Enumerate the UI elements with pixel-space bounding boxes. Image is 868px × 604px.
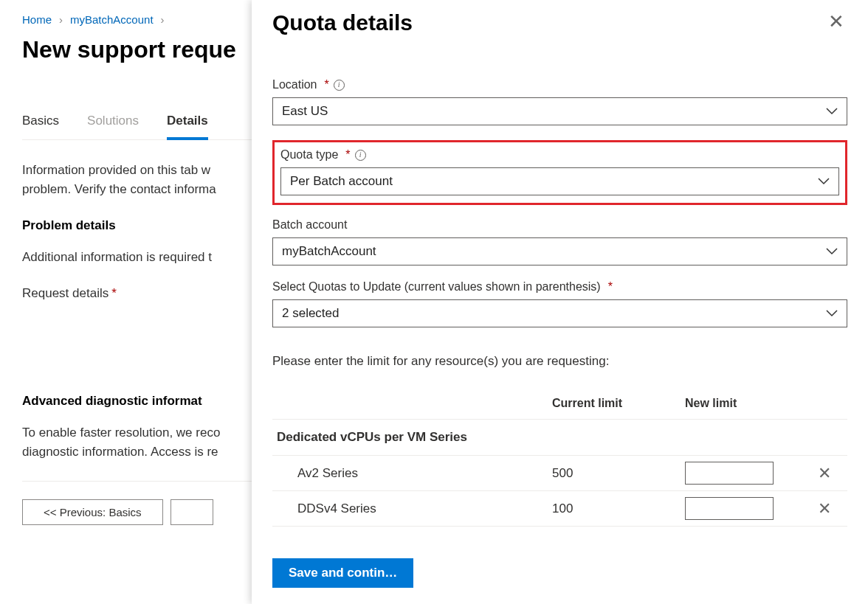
select-quotas-value: 2 selected xyxy=(282,306,340,321)
close-icon[interactable]: ✕ xyxy=(825,10,847,32)
info-icon[interactable]: i xyxy=(334,80,345,91)
batch-account-select[interactable]: myBatchAccount xyxy=(272,237,847,265)
select-quotas-field: Select Quotas to Update (current values … xyxy=(272,280,847,327)
select-quotas-select[interactable]: 2 selected xyxy=(272,299,847,327)
chevron-down-icon xyxy=(818,178,830,185)
quota-name: DDSv4 Series xyxy=(272,501,552,516)
required-star-icon: * xyxy=(345,148,350,162)
quota-group-row: Dedicated vCPUs per VM Series xyxy=(272,420,847,456)
batch-account-label: Batch account xyxy=(272,218,847,232)
quota-name: Av2 Series xyxy=(272,466,552,481)
new-limit-input[interactable] xyxy=(685,462,774,485)
required-star-icon: * xyxy=(325,78,329,91)
location-label: Location* i xyxy=(272,78,847,91)
save-and-continue-button[interactable]: Save and contin… xyxy=(272,558,413,588)
limit-hint-text: Please enter the limit for any resource(… xyxy=(272,354,847,369)
flyout-footer: Save and contin… xyxy=(252,546,868,604)
breadcrumb-account[interactable]: myBatchAccount xyxy=(70,13,154,26)
chevron-down-icon xyxy=(826,248,838,255)
required-star-icon: * xyxy=(111,286,117,300)
chevron-right-icon: › xyxy=(161,13,165,26)
quota-row: Av2 Series 500 ✕ xyxy=(272,456,847,491)
tab-basics[interactable]: Basics xyxy=(22,114,59,140)
flyout-header: Quota details ✕ xyxy=(252,0,868,40)
next-button-truncated[interactable] xyxy=(170,499,213,525)
location-field: Location* i East US xyxy=(272,78,847,125)
flyout-title: Quota details xyxy=(272,10,413,35)
quota-type-value: Per Batch account xyxy=(290,174,393,189)
breadcrumb-home[interactable]: Home xyxy=(22,13,52,26)
col-current-limit: Current limit xyxy=(552,397,685,410)
quota-type-field: Quota type* i Per Batch account xyxy=(280,148,839,195)
flyout-body: Location* i East US Quota type* i Per Ba… xyxy=(252,40,868,546)
tab-solutions: Solutions xyxy=(87,114,139,140)
info-icon[interactable]: i xyxy=(355,150,366,161)
required-star-icon: * xyxy=(608,280,613,294)
quota-current-limit: 500 xyxy=(552,466,685,481)
quota-details-flyout: Quota details ✕ Location* i East US Quot… xyxy=(252,0,868,604)
quota-type-highlight: Quota type* i Per Batch account xyxy=(272,140,847,205)
remove-row-icon[interactable]: ✕ xyxy=(818,465,831,482)
location-select[interactable]: East US xyxy=(272,97,847,125)
location-value: East US xyxy=(282,104,328,119)
col-new-limit: New limit xyxy=(685,397,818,410)
chevron-down-icon xyxy=(826,108,838,115)
previous-basics-button[interactable]: << Previous: Basics xyxy=(22,499,163,525)
quota-current-limit: 100 xyxy=(552,501,685,516)
batch-account-field: Batch account myBatchAccount xyxy=(272,218,847,265)
remove-row-icon[interactable]: ✕ xyxy=(818,501,831,517)
new-limit-input[interactable] xyxy=(685,497,774,520)
quota-type-select[interactable]: Per Batch account xyxy=(280,167,839,195)
select-quotas-label: Select Quotas to Update (current values … xyxy=(272,280,847,294)
tab-details[interactable]: Details xyxy=(167,114,208,140)
quota-table-header: Current limit New limit xyxy=(272,394,847,420)
chevron-down-icon xyxy=(826,310,838,317)
batch-account-value: myBatchAccount xyxy=(282,244,376,259)
chevron-right-icon: › xyxy=(59,13,63,26)
quota-type-label: Quota type* i xyxy=(280,148,839,162)
quota-row: DDSv4 Series 100 ✕ xyxy=(272,491,847,527)
